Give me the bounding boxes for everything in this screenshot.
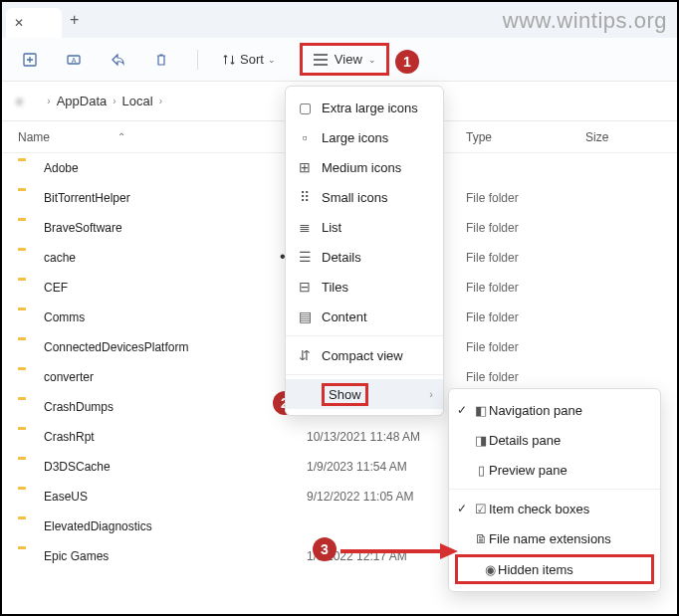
file-type: File folder — [466, 251, 585, 265]
square-icon: ▫ — [296, 129, 314, 145]
file-type: File folder — [466, 281, 585, 295]
menu-list[interactable]: ≣List — [286, 212, 443, 242]
new-icon[interactable] — [18, 48, 42, 72]
file-date: 1/9/2023 11:54 AM — [307, 460, 466, 474]
file-type: File folder — [466, 340, 585, 354]
menu-tiles[interactable]: ⊟Tiles — [286, 272, 443, 302]
breadcrumb-local[interactable]: Local — [122, 94, 153, 108]
file-type: File folder — [466, 370, 585, 384]
view-label: View — [335, 52, 362, 67]
share-icon[interactable] — [106, 48, 129, 72]
tiles-icon: ⊟ — [296, 279, 314, 295]
file-type: File folder — [466, 221, 585, 235]
delete-icon[interactable] — [149, 48, 173, 72]
folder-icon — [18, 251, 36, 265]
menu-compact-view[interactable]: ⇵Compact view — [286, 340, 443, 370]
folder-icon — [18, 161, 36, 175]
folder-icon — [18, 460, 36, 474]
menu-preview-pane[interactable]: ▯Preview pane — [449, 455, 660, 485]
file-name: Comms — [44, 310, 307, 324]
grid-icon: ⊞ — [296, 159, 314, 175]
folder-icon — [18, 430, 36, 444]
breadcrumb-ellipsis[interactable]: e — [16, 94, 41, 108]
file-date: 9/12/2022 11:05 AM — [307, 490, 466, 504]
eye-icon: ◉ — [482, 562, 498, 577]
chevron-right-icon: › — [113, 96, 115, 106]
file-icon: 🗎 — [473, 531, 489, 546]
menu-file-extensions[interactable]: 🗎File name extensions — [449, 523, 660, 553]
annotation-badge-3: 3 — [313, 537, 337, 561]
folder-icon — [18, 400, 36, 414]
view-list-icon — [313, 53, 329, 67]
sort-label: Sort — [240, 52, 264, 67]
file-name: ConnectedDevicesPlatform — [44, 340, 307, 354]
menu-item-checkboxes[interactable]: ✓☑Item check boxes — [449, 494, 660, 523]
menu-details[interactable]: •☰Details — [286, 242, 443, 272]
menu-extra-large-icons[interactable]: ▢Extra large icons — [286, 93, 443, 122]
new-tab-button[interactable]: + — [70, 11, 79, 29]
menu-hidden-items[interactable]: ◉Hidden items — [455, 554, 654, 584]
active-tab[interactable]: ✕ — [6, 8, 62, 38]
file-name: D3DSCache — [44, 460, 307, 474]
pane-icon: ▯ — [473, 463, 489, 478]
sort-button[interactable]: Sort ⌄ — [222, 52, 276, 67]
watermark-text: www.wintips.org — [503, 8, 667, 34]
folder-icon — [18, 490, 36, 504]
chevron-right-icon: › — [429, 388, 433, 400]
menu-details-pane[interactable]: ◨Details pane — [449, 425, 660, 455]
menu-divider — [449, 489, 660, 490]
svg-text:A: A — [72, 57, 77, 64]
show-submenu: ✓◧Navigation pane ◨Details pane ▯Preview… — [448, 388, 661, 592]
check-icon: ✓ — [457, 403, 467, 417]
file-name: CrashDumps — [44, 400, 307, 414]
file-name: Epic Games — [44, 549, 307, 563]
file-name: CEF — [44, 281, 307, 295]
toolbar-separator — [197, 50, 198, 70]
view-dropdown-menu: ▢Extra large icons ▫Large icons ⊞Medium … — [285, 86, 444, 416]
menu-small-icons[interactable]: ⠿Small icons — [286, 182, 443, 212]
file-type: File folder — [466, 310, 585, 324]
tab-close-icon[interactable]: ✕ — [14, 16, 24, 30]
content-icon: ▤ — [296, 308, 314, 324]
folder-icon — [18, 191, 36, 205]
folder-icon — [18, 340, 36, 354]
check-icon: ✓ — [457, 502, 467, 515]
chevron-right-icon: › — [159, 96, 162, 106]
chevron-down-icon: ⌄ — [368, 55, 376, 65]
menu-medium-icons[interactable]: ⊞Medium icons — [286, 152, 443, 182]
file-name: ElevatedDiagnostics — [44, 519, 307, 533]
folder-icon — [18, 281, 36, 295]
folder-icon — [18, 221, 36, 235]
rename-icon[interactable]: A — [62, 48, 86, 72]
sort-asc-icon: ⌃ — [117, 131, 125, 142]
column-size[interactable]: Size — [585, 130, 661, 144]
column-name[interactable]: Name ⌃ — [18, 130, 307, 144]
menu-show[interactable]: Show › — [286, 379, 443, 409]
folder-icon — [18, 370, 36, 384]
folder-icon — [18, 310, 36, 324]
menu-content[interactable]: ▤Content — [286, 302, 443, 331]
file-type: File folder — [466, 191, 585, 205]
small-grid-icon: ⠿ — [296, 189, 314, 205]
breadcrumb-appdata[interactable]: AppData — [57, 94, 108, 108]
file-name: CrashRpt — [44, 430, 307, 444]
view-button[interactable]: View ⌄ — [300, 43, 389, 76]
menu-large-icons[interactable]: ▫Large icons — [286, 122, 443, 152]
file-name: BraveSoftware — [44, 221, 307, 235]
toolbar-actions: A — [18, 48, 173, 72]
chevron-down-icon: ⌄ — [268, 55, 276, 65]
checkbox-icon: ☑ — [473, 502, 489, 516]
square-icon: ▢ — [296, 100, 314, 115]
menu-divider — [286, 335, 443, 336]
annotation-arrow — [340, 539, 460, 563]
folder-icon — [18, 519, 36, 533]
details-icon: ☰ — [296, 249, 314, 265]
column-type[interactable]: Type — [466, 130, 585, 144]
pane-icon: ◧ — [473, 403, 489, 418]
file-name: converter — [44, 370, 307, 384]
menu-navigation-pane[interactable]: ✓◧Navigation pane — [449, 395, 660, 425]
toolbar: A Sort ⌄ View ⌄ — [2, 38, 677, 82]
chevron-right-icon: › — [47, 96, 50, 106]
svg-marker-4 — [440, 543, 458, 559]
compact-icon: ⇵ — [296, 347, 314, 363]
